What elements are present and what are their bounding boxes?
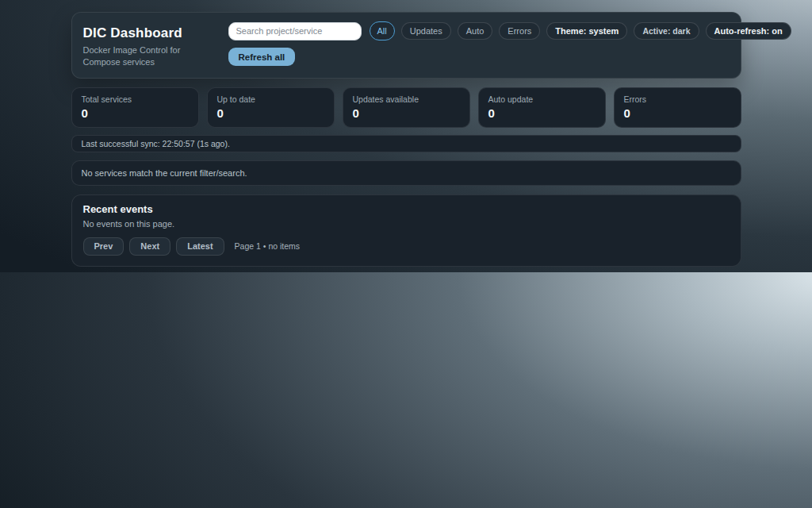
prev-page-button[interactable]: Prev (83, 237, 124, 256)
stat-label: Updates available (353, 94, 460, 104)
stat-card-total-services: Total services 0 (71, 87, 199, 128)
sync-status-text: Last successful sync: 22:50:57 (1s ago). (82, 139, 230, 148)
refresh-all-button[interactable]: Refresh all (228, 48, 296, 66)
filter-errors-button[interactable]: Errors (499, 22, 540, 40)
auto-refresh-button[interactable]: Auto-refresh: on (706, 22, 791, 40)
stat-card-up-to-date: Up to date 0 (207, 87, 335, 128)
empty-message-bar: No services match the current filter/sea… (71, 160, 741, 186)
stat-label: Errors (624, 94, 731, 104)
empty-message-text: No services match the current filter/sea… (82, 168, 247, 178)
page-title: DIC Dashboard (83, 25, 220, 41)
dashboard-page: DIC Dashboard Docker Image Control for C… (71, 0, 741, 267)
page-subtitle: Docker Image Control for Compose service… (83, 44, 220, 68)
stats-row: Total services 0 Up to date 0 Updates av… (71, 87, 741, 128)
stat-value: 0 (217, 106, 324, 120)
title-block: DIC Dashboard Docker Image Control for C… (83, 21, 220, 68)
header-controls: All Updates Auto Errors Theme: system Ac… (228, 21, 791, 68)
stat-value: 0 (82, 106, 189, 120)
latest-page-button[interactable]: Latest (176, 237, 224, 256)
filter-all-button[interactable]: All (370, 21, 395, 40)
stat-card-updates-available: Updates available 0 (343, 87, 470, 128)
stat-card-errors: Errors 0 (614, 87, 741, 128)
recent-events-empty-text: No events on this page. (83, 219, 730, 229)
search-input[interactable] (228, 22, 362, 40)
header-card: DIC Dashboard Docker Image Control for C… (71, 12, 741, 79)
recent-events-card: Recent events No events on this page. Pr… (71, 194, 741, 267)
page-info-text: Page 1 • no items (235, 241, 300, 251)
stat-card-auto-update: Auto update 0 (478, 87, 606, 128)
recent-events-title: Recent events (83, 203, 730, 215)
stat-value: 0 (353, 106, 460, 120)
header-controls-row-bottom: Refresh all (228, 48, 791, 66)
header-controls-row-top: All Updates Auto Errors Theme: system Ac… (228, 21, 791, 40)
stat-label: Total services (82, 94, 189, 104)
stat-label: Auto update (488, 94, 596, 104)
theme-toggle-button[interactable]: Theme: system (546, 22, 627, 40)
active-theme-button[interactable]: Active: dark (634, 22, 699, 40)
stat-value: 0 (488, 106, 596, 120)
filter-updates-button[interactable]: Updates (401, 22, 451, 40)
events-pagination: Prev Next Latest Page 1 • no items (83, 237, 730, 256)
stat-value: 0 (624, 106, 731, 120)
filter-auto-button[interactable]: Auto (458, 22, 493, 40)
stat-label: Up to date (217, 94, 324, 104)
background-bottom (0, 272, 812, 508)
next-page-button[interactable]: Next (129, 237, 170, 256)
sync-status-bar: Last successful sync: 22:50:57 (1s ago). (71, 135, 741, 152)
